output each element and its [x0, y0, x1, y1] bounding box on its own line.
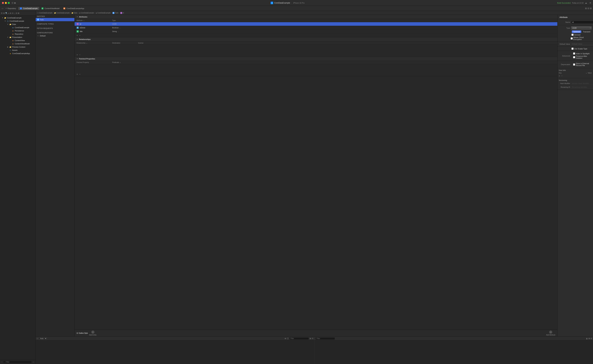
sidebar-label-previewcontent: Preview Content: [12, 46, 25, 48]
auto-select[interactable]: Auto: [39, 337, 47, 340]
bc-todo[interactable]: E Todo: [113, 12, 119, 14]
sidebar-toolbar: ☰ ⊞ 🔍 ≡ ⊕ ⊖ ↕ ⊟ ⊠: [0, 11, 35, 16]
attr-row-title[interactable]: S title String ⌄: [74, 30, 557, 33]
sidebar-icon-2[interactable]: ⊞: [3, 12, 5, 14]
optional-button[interactable]: Optional: [572, 30, 581, 33]
bc-coredataexample-2[interactable]: 📁 CoreDataExample: [54, 12, 70, 14]
fetched-props-header[interactable]: ▼ Fetched Properties: [74, 57, 557, 61]
attributes-header[interactable]: ▼ Attributes: [74, 15, 557, 19]
add-user-info-btn[interactable]: +: [559, 75, 560, 77]
sidebar-item-assets[interactable]: ⬡ Assets: [0, 49, 35, 52]
name-input[interactable]: [571, 20, 593, 24]
derived-checkbox[interactable]: [572, 34, 573, 36]
add-fetch-btn[interactable]: +: [77, 73, 78, 75]
refresh-icon[interactable]: ⟳: [312, 338, 313, 339]
sidebar-item-coredata[interactable]: ◈ CoreDataExample: [0, 26, 35, 29]
add-rel-btn[interactable]: +: [77, 53, 78, 56]
attr-row-id[interactable]: I id UUID ⌄: [74, 22, 557, 26]
scalar-type-section: Use Scalar Type: [558, 47, 593, 51]
plus-icon[interactable]: +: [1, 361, 2, 363]
nav-back-icon[interactable]: ‹: [1, 7, 2, 10]
sidebar-item-root[interactable]: ▼ 📁 CoreDataExample: [0, 16, 35, 20]
lower-left-icon: ⬡: [37, 338, 38, 339]
renaming-id-input[interactable]: [571, 86, 593, 88]
add-attr-btn[interactable]: +: [77, 34, 78, 37]
layout-toggle-icon[interactable]: ⊞: [590, 2, 591, 4]
relationships-header[interactable]: ▼ Relationships: [74, 37, 557, 41]
sidebar-item-group[interactable]: ▼ ◫ CoreDataExample: [0, 20, 35, 23]
sidebar-icon-6[interactable]: ⊖: [12, 12, 13, 14]
sidebar-item-app[interactable]: ◈ CoreDataExampleApp: [0, 52, 35, 55]
fetch-col-pred-header: Predicate ▲: [112, 62, 555, 63]
layout-btn-2[interactable]: ⊟: [591, 338, 592, 339]
remove-fetch-btn[interactable]: −: [79, 73, 80, 75]
entity-item-default[interactable]: C Default: [36, 34, 74, 37]
fetched-title: Fetched Properties: [79, 58, 95, 60]
sidebar-item-previewcontent[interactable]: ▶ 📁 Preview Content: [0, 45, 35, 49]
play-button[interactable]: ▶: [14, 2, 16, 4]
preserve-deletion-checkbox[interactable]: [573, 56, 575, 58]
sidebar-toggle-icon[interactable]: ⊡: [12, 2, 13, 4]
left-panel-icon[interactable]: ⊞: [585, 7, 587, 10]
type-dropdown[interactable]: UUID String Integer 16 Integer 32 Intege…: [571, 26, 592, 30]
entity-label-todo: Todo: [40, 19, 44, 20]
app-file-icon: ◈: [9, 52, 12, 55]
title-bar-right: Build Succeeded Today at 13:32 ☁ ⊞: [557, 2, 591, 4]
sidebar-icon-1[interactable]: ☰: [1, 12, 3, 14]
nav-forward-icon[interactable]: ›: [2, 7, 3, 10]
center-panel-icon[interactable]: ⊟: [587, 7, 589, 10]
cloud-encryption-checkbox[interactable]: [571, 37, 573, 39]
add-attribute-button[interactable]: + Add Attribute: [546, 331, 555, 336]
sidebar-item-data[interactable]: ▼ 📁 Data: [0, 23, 35, 26]
bc-coredataexample-1[interactable]: ⬡ CoreDataExample: [37, 12, 52, 14]
sidebar-icon-4[interactable]: ≡: [8, 12, 9, 14]
outline-style-btn[interactable]: ☰ Outline Style: [77, 332, 88, 334]
filter-wrap: ⌕: [3, 361, 32, 364]
bc-data[interactable]: 📁 Data: [72, 12, 77, 14]
remove-attr-btn[interactable]: −: [79, 34, 80, 37]
sidebar-filter-input[interactable]: [6, 361, 31, 363]
remove-rel-btn[interactable]: −: [79, 53, 80, 56]
sidebar-item-presentation[interactable]: ▼ 📁 Presentation: [0, 36, 35, 39]
trash-icon[interactable]: 🗑: [586, 338, 588, 339]
lower-left-filter-input[interactable]: [289, 337, 309, 340]
bc-coredataexample-4[interactable]: ◈ CoreDataExample: [96, 12, 111, 14]
remove-user-info-btn[interactable]: −: [561, 75, 563, 77]
breadcrumb: ⬡ CoreDataExample › 📁 CoreDataExample › …: [36, 11, 593, 15]
sidebar-icon-7[interactable]: ↕: [14, 12, 15, 14]
right-panel-icon[interactable]: ⊞: [590, 7, 592, 10]
transient-button[interactable]: Transient: [583, 30, 590, 33]
minimize-button[interactable]: [5, 2, 7, 4]
info-icon: ⓘ: [287, 337, 289, 340]
attr-row-isdone[interactable]: B isDone Boolean ⌄: [74, 26, 557, 30]
bc-id[interactable]: I id: [120, 12, 124, 14]
bottom-bar-left: ☰ Outline Style + Add Entity: [77, 331, 96, 336]
add-entity-button[interactable]: + Add Entity: [89, 331, 97, 336]
default-value-input[interactable]: [571, 43, 593, 45]
tab-app[interactable]: ▶ CoreDataExampleApp: [62, 7, 86, 10]
attributes-chevron-icon: ▼: [77, 16, 78, 18]
sidebar-icon-5[interactable]: ⊕: [10, 12, 11, 14]
entity-item-todo[interactable]: E Todo: [36, 18, 74, 21]
sidebar-item-contentview[interactable]: ◈ ContentView: [0, 39, 35, 42]
index-spotlight-checkbox[interactable]: [573, 52, 575, 55]
tab-coredataexample[interactable]: ◇ CoreDataExample: [18, 7, 39, 10]
lower-right-filter-input[interactable]: [315, 337, 335, 340]
cloud-encryption-row: Allows Cloud Encryption: [558, 36, 593, 41]
tab-contentviewmodel[interactable]: ◇ ContentViewModel: [40, 7, 61, 10]
close-button[interactable]: [2, 2, 4, 4]
sidebar-icon-3[interactable]: 🔍: [5, 12, 8, 14]
sidebar-item-repository[interactable]: ◈ Repository: [0, 32, 35, 36]
hash-modifier-input[interactable]: [571, 82, 593, 85]
layout-btn-1[interactable]: ⊞: [588, 338, 590, 339]
sidebar-item-contentviewmodel[interactable]: ◈ ContentViewModel: [0, 42, 35, 45]
fullscreen-button[interactable]: [8, 2, 10, 4]
sidebar-icon-9[interactable]: ⊠: [18, 12, 19, 14]
scalar-type-checkbox[interactable]: [572, 48, 573, 50]
sidebar-icon-8[interactable]: ⊟: [16, 12, 17, 14]
bc-coredataexample-3[interactable]: ◈ CoreDataExample: [79, 12, 94, 14]
attr-type-isdone: Boolean: [112, 27, 119, 29]
tab-repository[interactable]: ↩ Repository: [4, 7, 18, 10]
store-external-checkbox[interactable]: [573, 64, 575, 65]
sidebar-item-persistence[interactable]: ◈ Persistence: [0, 29, 35, 32]
